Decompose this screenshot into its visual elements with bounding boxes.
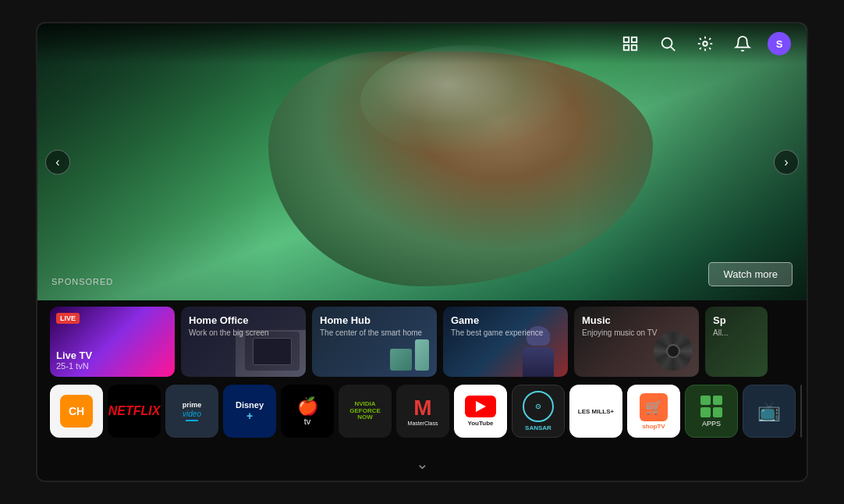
shop-icon: 🛒 (640, 393, 668, 421)
app-prime-video[interactable]: prime video (165, 385, 218, 438)
app-shop-tv[interactable]: 🛒 shopTV (627, 385, 680, 438)
hero-background (37, 23, 807, 300)
arrow-right[interactable]: › (774, 150, 799, 175)
card-home-hub[interactable]: Home Hub The center of the smart home (312, 307, 437, 377)
home-office-subtitle: Work on the big screen (189, 328, 298, 337)
watch-more-button[interactable]: Watch more (708, 262, 793, 286)
app-ch[interactable]: CH (50, 385, 103, 438)
home-office-title: Home Office (189, 314, 298, 326)
disney-text: Disney (236, 400, 264, 410)
apps-row: CH NETFLIX prime video Disney + 🍎 tv (50, 383, 794, 439)
card-live-title: Live TV (56, 350, 168, 361)
svg-rect-1 (632, 37, 637, 42)
header: S (37, 23, 807, 64)
live-badge: LIVE (56, 313, 80, 324)
prime-video-text: video (183, 410, 201, 418)
music-subtitle: Enjoying music on TV (582, 328, 691, 337)
apple-tv-text: tv (304, 417, 311, 426)
avatar[interactable]: S (768, 32, 791, 55)
app-youtube[interactable]: YouTube (454, 385, 507, 438)
app-les-mills[interactable]: LES MILLS+ (569, 385, 622, 438)
app-sansar[interactable]: ⊙ SANSAR (512, 385, 565, 438)
game-title: Game (451, 314, 560, 326)
home-hub-title: Home Hub (320, 314, 429, 326)
disney-plus-symbol: + (246, 410, 253, 422)
app-masterclass[interactable]: M MasterClass (396, 385, 449, 438)
app-geforce-now[interactable]: NVIDIAGEFORCENOW (339, 385, 392, 438)
card-live-tv[interactable]: LIVE Live TV 25-1 tvN (50, 307, 175, 377)
search-icon[interactable] (655, 31, 680, 56)
prime-logo: prime (183, 401, 202, 410)
hero-banner: ‹ › SPONSORED Watch more (37, 23, 807, 300)
card-home-office[interactable]: Home Office Work on the big screen (181, 307, 306, 377)
svg-rect-3 (632, 45, 637, 50)
bottom-chevron[interactable]: ⌄ (416, 454, 429, 473)
game-subtitle: The best game experience (451, 328, 560, 337)
lesmills-text: LES MILLS+ (578, 408, 614, 415)
sansar-text: SANSAR (525, 424, 551, 431)
sp-title: Sp (713, 314, 760, 326)
youtube-logo (465, 396, 496, 417)
svg-rect-2 (624, 45, 629, 50)
apple-icon: 🍎 (297, 396, 318, 417)
app-netflix[interactable]: NETFLIX (108, 385, 161, 438)
apps-grid-icon (700, 396, 722, 417)
masterclass-logo: M (413, 397, 431, 419)
vinyl-icon (654, 332, 693, 371)
music-title: Music (582, 314, 691, 326)
card-live-sub: 25-1 tvN (56, 361, 168, 371)
app-apps[interactable]: APPS (685, 385, 738, 438)
hero-overlay (37, 23, 807, 300)
tv-frame: S ‹ › SPONSORED Watch more LIVE (36, 22, 808, 482)
card-game[interactable]: Game The best game experience (443, 307, 568, 377)
apps-label: APPS (702, 420, 721, 428)
app-tv-out[interactable]: 📺 (743, 385, 796, 438)
sponsored-badge: SPONSORED (51, 277, 113, 286)
settings-icon[interactable] (693, 31, 718, 56)
sansar-logo: ⊙ (523, 391, 554, 422)
svg-rect-0 (624, 37, 629, 42)
svg-point-6 (703, 41, 707, 46)
app-partial[interactable] (800, 385, 802, 438)
card-sp[interactable]: Sp All... (705, 307, 768, 377)
notification-icon[interactable] (730, 31, 755, 56)
card-music[interactable]: Music Enjoying music on TV (574, 307, 699, 377)
svg-line-5 (671, 47, 675, 51)
geforce-logo: NVIDIAGEFORCENOW (349, 401, 381, 421)
svg-point-4 (662, 38, 672, 48)
netflix-logo: NETFLIX (108, 404, 161, 418)
cards-row: LIVE Live TV 25-1 tvN Home Office Work o… (50, 307, 794, 377)
shop-text: shopTV (642, 423, 665, 430)
app-apple-tv[interactable]: 🍎 tv (281, 385, 334, 438)
masterclass-text: MasterClass (408, 421, 438, 426)
home-hub-subtitle: The center of the smart home (320, 328, 429, 337)
app-disney-plus[interactable]: Disney + (223, 385, 276, 438)
sp-subtitle: All... (713, 328, 760, 337)
arrow-left[interactable]: ‹ (45, 150, 70, 175)
tv-out-icon: 📺 (757, 400, 781, 422)
youtube-text: YouTube (467, 420, 493, 427)
channel-list-icon[interactable] (618, 31, 643, 56)
ch-logo: CH (60, 395, 93, 428)
